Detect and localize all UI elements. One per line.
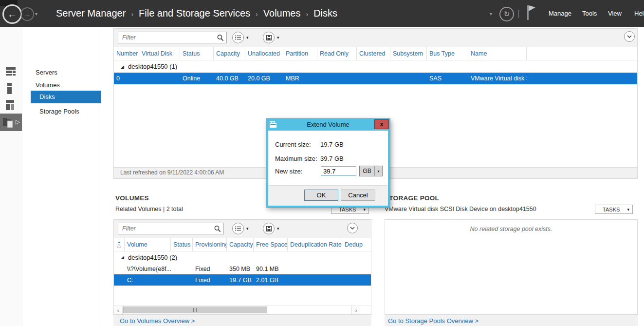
cell-alert (114, 263, 125, 274)
menu-help[interactable]: Help (634, 0, 644, 27)
menu-view[interactable]: View (608, 0, 622, 27)
col-virtual-disk[interactable]: Virtual Disk (139, 47, 180, 60)
storage-pool-tasks-button[interactable]: TASKS ▾ (595, 205, 633, 214)
disk-row-selected[interactable]: 0 Online 40.0 GB 20.0 GB MBR SAS VMware … (114, 73, 637, 84)
nav-item-volumes[interactable]: Volumes (36, 81, 60, 89)
cancel-button[interactable]: Cancel (341, 190, 375, 201)
cell-alert (114, 274, 125, 286)
go-to-volumes-overview-link[interactable]: Go to Volumes Overview > (120, 317, 195, 325)
cell-filler (527, 73, 637, 84)
breadcrumb-file-storage-services[interactable]: File and Storage Services (139, 8, 250, 19)
cell-status (171, 274, 193, 286)
col-partition[interactable]: Partition (283, 47, 317, 60)
cell-partition: MBR (283, 73, 317, 84)
warning-icon: ⚠ (117, 243, 122, 249)
search-icon (214, 225, 221, 233)
expand-strip-icon[interactable]: ▷ (16, 118, 20, 125)
cell-volume: \\?\Volume{e8f... (125, 263, 171, 274)
dashboard-icon[interactable] (6, 67, 16, 76)
col-alerts[interactable]: ▲ ⚠ (114, 238, 125, 251)
filter-view-icon[interactable] (232, 223, 244, 234)
volume-row-selected[interactable]: C: Fixed 19.7 GB 2.01 GB (114, 274, 371, 286)
new-size-label: New size: (275, 168, 302, 175)
storage-pool-subtitle: VMware Virtual disk SCSI Disk Device on … (385, 206, 536, 212)
save-query-icon[interactable] (263, 32, 275, 43)
scrollbar-track[interactable] (123, 306, 351, 314)
disks-group-row[interactable]: ◢ desktop41550 (1) (114, 60, 637, 73)
nav-item-servers[interactable]: Servers (36, 69, 57, 76)
save-query-caret-icon[interactable]: ▾ (277, 226, 279, 231)
left-nav: Servers Volumes Disks Storage Pools (22, 27, 101, 326)
group-expander-icon[interactable]: ◢ (121, 64, 124, 69)
col-name[interactable]: Name (468, 47, 527, 60)
volumes-group-label: desktop41550 (2) (128, 254, 177, 261)
cell-unallocated: 20.0 GB (245, 73, 283, 84)
col-provisioning[interactable]: Provisioning (193, 238, 227, 251)
save-query-caret-icon[interactable]: ▾ (277, 35, 279, 40)
ok-button[interactable]: OK (304, 190, 338, 201)
forward-icon[interactable]: → (20, 7, 34, 21)
group-expander-icon[interactable]: ◢ (121, 255, 124, 260)
module-icon-strip: ▷ (0, 27, 22, 326)
collapse-panel-icon[interactable] (624, 31, 635, 42)
go-to-storage-pools-overview-link[interactable]: Go to Storage Pools Overview > (388, 317, 478, 325)
col-free-space[interactable]: Free Space (254, 238, 288, 251)
nav-item-disks[interactable]: Disks (31, 91, 101, 103)
volumes-filter-input[interactable] (118, 223, 215, 234)
cell-bus-type: SAS (427, 73, 468, 84)
col-volume[interactable]: Volume (125, 238, 171, 251)
volumes-group-row[interactable]: ◢ desktop41550 (2) (114, 251, 371, 263)
file-and-storage-services-icon[interactable]: ▷ (0, 114, 22, 131)
filter-view-icon[interactable] (232, 32, 244, 43)
col-subsystem[interactable]: Subsystem (390, 47, 427, 60)
breadcrumb-disks[interactable]: Disks (313, 8, 337, 19)
dialog-footer: OK Cancel (268, 185, 388, 206)
filter-view-caret-icon[interactable]: ▾ (246, 35, 249, 40)
notifications-flag-icon[interactable] (526, 4, 536, 21)
storage-pool-footer: Go to Storage Pools Overview > (385, 315, 638, 326)
col-read-only[interactable]: Read Only (317, 47, 357, 60)
disks-filter (118, 32, 227, 43)
col-clustered[interactable]: Clustered (357, 47, 390, 60)
nav-history-caret-icon[interactable]: ▾ (35, 11, 37, 17)
nav-item-storage-pools[interactable]: Storage Pools (39, 108, 79, 115)
col-dedup[interactable]: Dedup (342, 238, 371, 251)
col-number[interactable]: Number (114, 47, 139, 60)
filter-view-caret-icon[interactable]: ▾ (246, 226, 249, 231)
disks-filter-input[interactable] (118, 32, 218, 43)
col-bus-type[interactable]: Bus Type (427, 47, 468, 60)
local-server-icon[interactable] (7, 83, 12, 94)
col-filler (527, 47, 637, 60)
unit-value: GB (360, 168, 374, 174)
close-icon[interactable]: x (374, 119, 389, 129)
col-status[interactable]: Status (180, 47, 214, 60)
cell-free-space: 2.01 GB (254, 274, 288, 286)
scrollbar-thumb[interactable] (123, 307, 267, 313)
menu-manage[interactable]: Manage (549, 0, 571, 27)
breadcrumb-volumes[interactable]: Volumes (263, 8, 301, 19)
volume-row[interactable]: \\?\Volume{e8f... Fixed 350 MB 90.1 MB (114, 263, 371, 274)
new-size-input[interactable] (321, 166, 356, 176)
breadcrumb-separator-icon: › (256, 9, 258, 18)
collapse-panel-icon[interactable] (347, 223, 358, 233)
col-capacity[interactable]: Capacity (227, 238, 254, 251)
save-query-icon[interactable] (263, 223, 275, 234)
unit-dropdown[interactable]: GB ▾ (359, 166, 383, 176)
cell-capacity: 19.7 GB (227, 274, 254, 286)
server-dropdown-caret-icon[interactable]: ▾ (490, 11, 492, 17)
all-servers-icon[interactable] (6, 100, 15, 110)
back-icon[interactable]: ← (2, 4, 22, 24)
scroll-left-icon[interactable]: ‹ (114, 306, 123, 314)
col-unallocated[interactable]: Unallocated (245, 47, 283, 60)
maximum-size-value: 39.7 GB (320, 155, 344, 162)
refresh-icon[interactable]: ↻ (499, 7, 514, 21)
scroll-right-icon[interactable]: › (351, 306, 360, 314)
col-capacity[interactable]: Capacity (214, 47, 245, 60)
col-deduplication-rate[interactable]: Deduplication Rate (288, 238, 342, 251)
menu-tools[interactable]: Tools (582, 0, 597, 27)
dialog-titlebar[interactable]: Extend Volume x (266, 118, 390, 131)
col-status[interactable]: Status (171, 238, 193, 251)
breadcrumb-server-manager[interactable]: Server Manager (56, 8, 126, 19)
toolbar-divider: | (517, 8, 520, 19)
cell-subsystem (390, 73, 427, 84)
